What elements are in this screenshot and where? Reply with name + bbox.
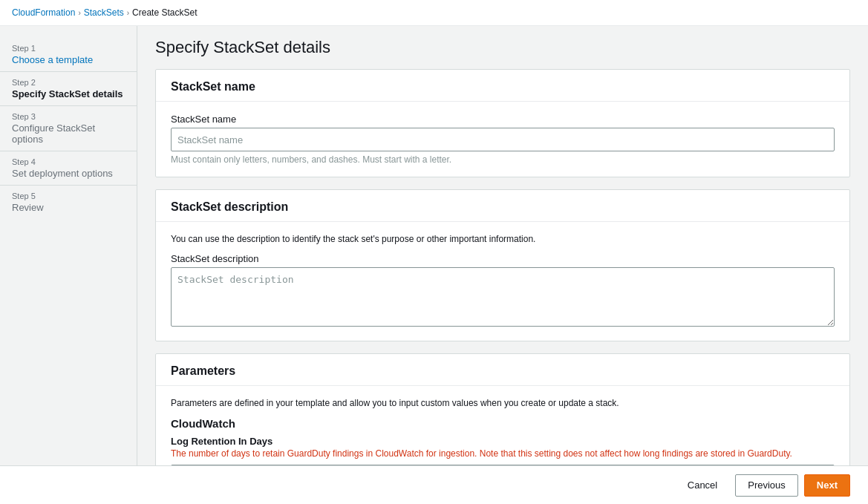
log-retention-label: Log Retention In Days: [171, 436, 835, 447]
stackset-description-title: StackSet description: [171, 200, 835, 214]
stackset-description-desc: You can use the description to identify …: [171, 234, 835, 244]
stackset-name-section: StackSet name StackSet name Must contain…: [155, 69, 850, 177]
cloudwatch-subsection-title: CloudWatch: [171, 417, 835, 430]
previous-button[interactable]: Previous: [735, 474, 798, 497]
sidebar-step-2: Step 2 Specify StackSet details: [0, 72, 137, 106]
breadcrumb-separator-1: ›: [78, 9, 80, 17]
sidebar-item-deployment-options: Set deployment options: [12, 168, 125, 179]
stackset-description-header: StackSet description: [156, 190, 849, 222]
parameters-desc: Parameters are defined in your template …: [171, 398, 835, 408]
parameters-title: Parameters: [171, 364, 835, 378]
sidebar: Step 1 Choose a template Step 2 Specify …: [0, 26, 137, 504]
footer: Cancel Previous Next: [0, 465, 868, 504]
stackset-description-textarea[interactable]: [171, 267, 835, 327]
sidebar-item-specify-details: Specify StackSet details: [12, 88, 125, 99]
sidebar-step-5: Step 5 Review: [0, 186, 137, 219]
sidebar-step-1: Step 1 Choose a template: [0, 38, 137, 72]
stackset-description-field-label: StackSet description: [171, 253, 835, 264]
next-button[interactable]: Next: [804, 474, 850, 497]
content-area: Specify StackSet details StackSet name S…: [137, 26, 868, 504]
sidebar-item-configure-options: Configure StackSet options: [12, 122, 125, 145]
cancel-button[interactable]: Cancel: [676, 474, 729, 497]
page-title: Specify StackSet details: [155, 38, 850, 57]
sidebar-step-4: Step 4 Set deployment options: [0, 151, 137, 186]
breadcrumb-current: Create StackSet: [132, 7, 197, 18]
step-4-label: Step 4: [12, 157, 125, 166]
log-retention-desc: The number of days to retain GuardDuty f…: [171, 448, 835, 459]
sidebar-item-review: Review: [12, 202, 125, 213]
breadcrumb-cloudformation[interactable]: CloudFormation: [12, 7, 75, 18]
sidebar-step-3: Step 3 Configure StackSet options: [0, 106, 137, 151]
breadcrumb: CloudFormation › StackSets › Create Stac…: [0, 0, 868, 26]
stackset-name-title: StackSet name: [171, 80, 835, 94]
parameters-header: Parameters: [156, 354, 849, 386]
stackset-name-field-label: StackSet name: [171, 114, 835, 125]
step-1-label: Step 1: [12, 44, 125, 53]
breadcrumb-stacksets[interactable]: StackSets: [84, 7, 124, 18]
stackset-name-validation: Must contain only letters, numbers, and …: [171, 154, 835, 165]
stackset-description-body: You can use the description to identify …: [156, 222, 849, 341]
stackset-description-section: StackSet description You can use the des…: [155, 189, 850, 341]
breadcrumb-separator-2: ›: [127, 9, 129, 17]
sidebar-item-choose-template[interactable]: Choose a template: [12, 54, 125, 65]
step-3-label: Step 3: [12, 112, 125, 121]
stackset-name-input[interactable]: [171, 128, 835, 151]
stackset-name-body: StackSet name Must contain only letters,…: [156, 102, 849, 177]
stackset-name-header: StackSet name: [156, 70, 849, 102]
step-5-label: Step 5: [12, 192, 125, 200]
step-2-label: Step 2: [12, 78, 125, 87]
